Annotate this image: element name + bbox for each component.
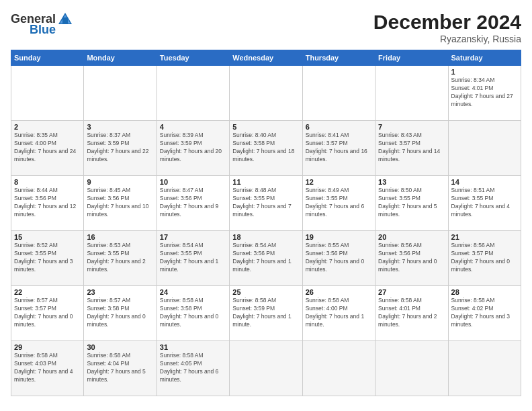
table-row: 7Sunrise: 8:43 AMSunset: 3:57 PMDaylight… (375, 121, 448, 176)
table-row: 11Sunrise: 8:48 AMSunset: 3:55 PMDayligh… (230, 176, 302, 231)
table-row: 6Sunrise: 8:41 AMSunset: 3:57 PMDaylight… (302, 121, 375, 176)
table-row: 24Sunrise: 8:58 AMSunset: 3:58 PMDayligh… (157, 286, 229, 341)
table-row: 9Sunrise: 8:45 AMSunset: 3:56 PMDaylight… (84, 176, 157, 231)
empty-cell (157, 66, 229, 121)
empty-cell (84, 66, 157, 121)
table-row: 29Sunrise: 8:58 AMSunset: 4:03 PMDayligh… (11, 341, 84, 396)
table-row: 12Sunrise: 8:49 AMSunset: 3:55 PMDayligh… (302, 176, 375, 231)
logo-icon (57, 11, 73, 27)
col-thursday: Thursday (302, 50, 375, 66)
table-row: 28Sunrise: 8:58 AMSunset: 4:02 PMDayligh… (448, 286, 521, 341)
col-monday: Monday (84, 50, 157, 66)
page: General Blue December 2024 Ryazanskiy, R… (0, 0, 532, 411)
col-tuesday: Tuesday (157, 50, 229, 66)
table-row: 2Sunrise: 8:35 AMSunset: 4:00 PMDaylight… (11, 121, 84, 176)
table-row (448, 121, 521, 176)
table-row: 21Sunrise: 8:56 AMSunset: 3:57 PMDayligh… (448, 231, 521, 286)
col-saturday: Saturday (448, 50, 521, 66)
col-sunday: Sunday (11, 50, 84, 66)
table-row: 20Sunrise: 8:56 AMSunset: 3:56 PMDayligh… (375, 231, 448, 286)
title-block: December 2024 Ryazanskiy, Russia (373, 11, 521, 44)
table-row: 18Sunrise: 8:54 AMSunset: 3:56 PMDayligh… (230, 231, 302, 286)
table-row: 17Sunrise: 8:54 AMSunset: 3:55 PMDayligh… (157, 231, 229, 286)
table-row: 14Sunrise: 8:51 AMSunset: 3:55 PMDayligh… (448, 176, 521, 231)
table-row: 15Sunrise: 8:52 AMSunset: 3:55 PMDayligh… (11, 231, 84, 286)
table-row: 8Sunrise: 8:44 AMSunset: 3:56 PMDaylight… (11, 176, 84, 231)
table-row (302, 341, 375, 396)
table-row (448, 341, 521, 396)
calendar-header-row: Sunday Monday Tuesday Wednesday Thursday… (11, 50, 521, 66)
svg-rect-2 (62, 17, 68, 24)
month-year: December 2024 (373, 11, 521, 34)
empty-cell (375, 66, 448, 121)
col-friday: Friday (375, 50, 448, 66)
table-row: 5Sunrise: 8:40 AMSunset: 3:58 PMDaylight… (230, 121, 302, 176)
table-row: 26Sunrise: 8:58 AMSunset: 4:00 PMDayligh… (302, 286, 375, 341)
table-row: 22Sunrise: 8:57 AMSunset: 3:57 PMDayligh… (11, 286, 84, 341)
table-row: 31Sunrise: 8:58 AMSunset: 4:05 PMDayligh… (157, 341, 229, 396)
table-row: 16Sunrise: 8:53 AMSunset: 3:55 PMDayligh… (84, 231, 157, 286)
empty-cell (302, 66, 375, 121)
table-row: 13Sunrise: 8:50 AMSunset: 3:55 PMDayligh… (375, 176, 448, 231)
table-row: 10Sunrise: 8:47 AMSunset: 3:56 PMDayligh… (157, 176, 229, 231)
location: Ryazanskiy, Russia (373, 34, 521, 44)
table-row: 3Sunrise: 8:37 AMSunset: 3:59 PMDaylight… (84, 121, 157, 176)
table-row: 1Sunrise: 8:34 AMSunset: 4:01 PMDaylight… (448, 66, 521, 121)
empty-cell (11, 66, 84, 121)
table-row: 30Sunrise: 8:58 AMSunset: 4:04 PMDayligh… (84, 341, 157, 396)
logo: General Blue (11, 11, 75, 37)
table-row: 27Sunrise: 8:58 AMSunset: 4:01 PMDayligh… (375, 286, 448, 341)
table-row: 25Sunrise: 8:58 AMSunset: 3:59 PMDayligh… (230, 286, 302, 341)
table-row (230, 341, 302, 396)
table-row: 19Sunrise: 8:55 AMSunset: 3:56 PMDayligh… (302, 231, 375, 286)
col-wednesday: Wednesday (230, 50, 302, 66)
empty-cell (230, 66, 302, 121)
table-row: 4Sunrise: 8:39 AMSunset: 3:59 PMDaylight… (157, 121, 229, 176)
table-row (375, 341, 448, 396)
logo-blue: Blue (30, 23, 56, 37)
header: General Blue December 2024 Ryazanskiy, R… (11, 11, 521, 44)
calendar-table: Sunday Monday Tuesday Wednesday Thursday… (11, 50, 521, 396)
table-row: 23Sunrise: 8:57 AMSunset: 3:58 PMDayligh… (84, 286, 157, 341)
